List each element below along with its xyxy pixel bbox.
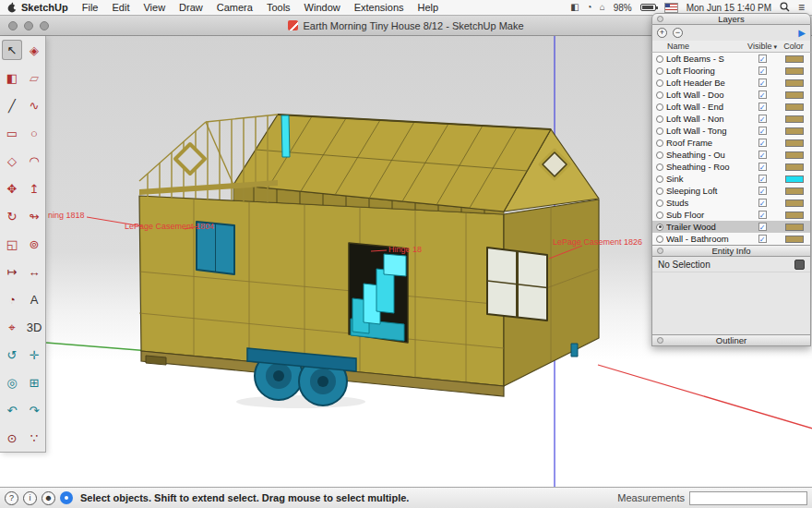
column-color[interactable]: Color [781,42,806,51]
tool-button[interactable]: ╱ [2,95,22,115]
column-visible[interactable]: Visible [744,42,781,51]
tool-button[interactable]: ◎ [2,372,22,393]
tool-button[interactable]: ⊞ [24,372,44,393]
layer-row[interactable]: Roof Frame [652,137,810,149]
time-machine-icon[interactable]: ◔ [587,3,592,12]
layer-row[interactable]: Sink [652,173,810,185]
notification-center-icon[interactable] [798,1,805,14]
active-layer-radio[interactable] [656,79,663,87]
tool-button[interactable]: ↷ [24,400,44,420]
menu-item[interactable]: File [82,2,99,13]
layer-color-swatch[interactable] [785,212,804,219]
visibility-checkbox[interactable] [758,79,767,87]
menu-item[interactable]: Window [304,2,340,13]
info-icon[interactable]: i [23,491,37,505]
tool-button[interactable]: ∿ [24,95,44,115]
battery-icon[interactable] [640,4,656,11]
active-layer-radio[interactable] [656,67,663,75]
spotlight-icon[interactable] [780,2,790,14]
layer-color-swatch[interactable] [785,224,804,231]
tool-button[interactable]: ✛ [24,345,44,365]
active-layer-radio[interactable] [656,163,663,171]
active-layer-radio[interactable] [656,224,663,231]
tool-button[interactable]: ◱ [2,234,22,254]
layer-color-swatch[interactable] [785,139,804,147]
active-layer-radio[interactable] [656,212,663,219]
active-layer-radio[interactable] [656,236,663,243]
menu-item[interactable]: Extensions [354,2,404,13]
tool-button[interactable]: ↶ [2,400,22,420]
visibility-checkbox[interactable] [758,54,767,63]
outliner-header[interactable]: Outliner [651,334,811,346]
active-layer-radio[interactable] [656,91,663,99]
tool-button[interactable]: ⊚ [24,234,44,254]
tool-button[interactable]: ▱ [24,67,44,88]
layer-row[interactable]: Sleeping Loft [652,185,810,197]
tool-button[interactable]: ↖ [2,40,22,60]
tool-button[interactable]: A [24,289,44,309]
input-language-flag-icon[interactable] [664,3,678,13]
layer-row[interactable]: Sub Floor [652,209,810,221]
display-icon[interactable]: ◧ [570,3,579,12]
active-layer-radio[interactable] [656,115,663,123]
layer-row[interactable]: Loft Wall - End [652,101,810,113]
layer-row[interactable]: Loft Wall - Non [652,113,810,125]
tool-button[interactable]: ✥ [2,178,22,199]
active-layer-radio[interactable] [656,55,663,63]
visibility-checkbox[interactable] [758,103,767,111]
menu-item[interactable]: Help [418,2,439,13]
layers-action-menu-icon[interactable] [798,29,806,38]
visibility-checkbox[interactable] [758,235,767,243]
remove-layer-button[interactable] [673,28,683,38]
menu-item[interactable]: SketchUp [21,2,68,13]
layer-row[interactable]: Loft Beams - S [652,53,810,65]
tool-button[interactable]: ↻ [2,206,22,226]
layer-row[interactable]: Loft Wall - Tong [652,125,810,137]
visibility-checkbox[interactable] [758,67,767,75]
layer-row[interactable]: Wall - Bathroom [652,233,810,245]
layer-color-swatch[interactable] [785,200,804,207]
layer-row[interactable]: Loft Wall - Doo [652,89,810,101]
tool-button[interactable]: ↬ [24,206,44,226]
help-icon[interactable]: ? [5,491,18,505]
tool-button[interactable]: ↔ [24,261,44,282]
layer-color-swatch[interactable] [785,236,804,243]
visibility-checkbox[interactable] [758,199,767,207]
panel-close-button[interactable] [657,16,663,22]
menu-item[interactable]: Tools [267,2,291,13]
layer-color-swatch[interactable] [785,127,804,135]
menu-item[interactable]: Edit [112,2,129,13]
layer-row[interactable]: Loft Flooring [652,65,810,77]
layer-row[interactable]: Trailer Wood [652,221,810,233]
visibility-checkbox[interactable] [758,91,767,99]
active-layer-radio[interactable] [656,151,663,159]
entity-detail-toggle-icon[interactable] [794,260,805,270]
layer-color-swatch[interactable] [785,163,804,171]
layer-color-swatch[interactable] [785,187,804,195]
active-layer-radio[interactable] [656,103,663,111]
tool-button[interactable]: ↥ [24,178,44,199]
layer-color-swatch[interactable] [785,151,804,159]
column-name[interactable]: Name [656,42,744,51]
layer-row[interactable]: Loft Header Be [652,77,810,89]
layer-color-swatch[interactable] [785,67,804,75]
layer-color-swatch[interactable] [785,55,804,63]
active-layer-radio[interactable] [656,127,663,135]
layer-color-swatch[interactable] [785,115,804,123]
tool-button[interactable]: ○ [24,123,44,143]
visibility-checkbox[interactable] [758,187,767,195]
layer-color-swatch[interactable] [785,103,804,111]
visibility-checkbox[interactable] [758,223,767,231]
tool-button[interactable]: ◇ [2,151,22,171]
tool-button[interactable]: ◠ [24,151,44,171]
zoom-window-button[interactable] [40,21,49,30]
visibility-checkbox[interactable] [758,139,767,147]
visibility-checkbox[interactable] [758,127,767,135]
tool-button[interactable]: ◧ [2,67,22,88]
workspace-icon[interactable]: ⌂ [600,3,605,12]
visibility-checkbox[interactable] [758,163,767,171]
visibility-checkbox[interactable] [758,211,767,219]
active-layer-radio[interactable] [656,139,663,147]
user-icon[interactable]: ☻ [42,491,55,505]
active-layer-radio[interactable] [656,175,663,183]
